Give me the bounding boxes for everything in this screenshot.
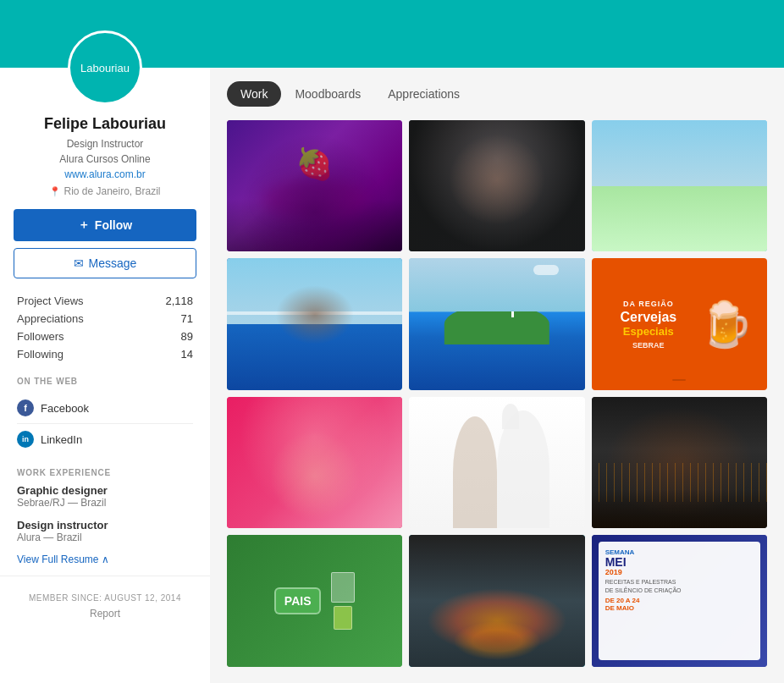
gallery-item-12[interactable]: SEMANA MEI 2019 RECEITAS E PALESTRASDE S… <box>592 535 767 666</box>
gallery-item-10[interactable]: PAIS <box>227 535 402 666</box>
work-experience-title: WORK EXPERIENCE <box>0 454 210 484</box>
gallery-item-8[interactable] <box>409 397 584 528</box>
gallery-item-2[interactable] <box>409 120 584 251</box>
profile-title: Design Instructor Alura Cursos Online <box>59 136 150 167</box>
gallery-item-4[interactable] <box>227 258 402 389</box>
profile-name: Felipe Labouriau <box>44 115 166 133</box>
gallery-item-6[interactable]: DA REGIÃO Cervejas Especiais SEBRAE 🍺 <box>592 258 767 389</box>
view-full-resume[interactable]: View Full Resume ∧ <box>17 554 193 565</box>
stat-following: Following 14 <box>17 345 193 363</box>
tab-work[interactable]: Work <box>227 81 281 107</box>
gallery-item-7[interactable] <box>227 397 402 528</box>
tab-moodboards[interactable]: Moodboards <box>281 81 374 107</box>
stat-project-views: Project Views 2,118 <box>17 292 193 310</box>
social-facebook[interactable]: f Facebook <box>17 393 193 424</box>
work-item-1: Graphic designer Sebrae/RJ — Brazil <box>17 484 193 509</box>
profile-website[interactable]: www.alura.com.br <box>64 168 145 180</box>
gallery-item-3[interactable]: 🍓 <box>592 120 767 251</box>
stat-followers: Followers 89 <box>17 328 193 345</box>
social-links: f Facebook in LinkedIn <box>0 393 210 454</box>
stats-section: Project Views 2,118 Appreciations 71 Fol… <box>0 278 210 363</box>
divider <box>0 576 210 576</box>
action-buttons: ＋ Follow ✉ Message <box>0 197 210 278</box>
gallery-item-5[interactable] <box>409 258 584 389</box>
stat-appreciations: Appreciations 71 <box>17 310 193 328</box>
gallery-item-11[interactable] <box>409 535 584 666</box>
work-item-2: Design instructor Alura — Brazil <box>17 519 193 543</box>
social-linkedin[interactable]: in LinkedIn <box>17 424 193 454</box>
linkedin-icon: in <box>17 431 34 448</box>
avatar-container: Labouriau <box>68 30 142 105</box>
tab-appreciations[interactable]: Appreciations <box>374 81 473 107</box>
gallery-item-1[interactable]: 🍓 <box>227 120 402 251</box>
tabs-bar: Work Moodboards Appreciations <box>227 81 767 107</box>
main-content: Work Moodboards Appreciations 🍓 <box>210 0 784 683</box>
content-area: Work Moodboards Appreciations 🍓 <box>210 68 784 683</box>
follow-button[interactable]: ＋ Follow <box>14 209 196 241</box>
avatar: Labouriau <box>68 30 142 105</box>
on-the-web-title: ON THE WEB <box>0 363 210 393</box>
facebook-icon: f <box>17 399 34 416</box>
plus-icon: ＋ <box>78 218 90 233</box>
teal-header <box>210 0 784 68</box>
message-icon: ✉ <box>74 256 84 270</box>
report-link[interactable]: Report <box>90 608 120 620</box>
profile-location: 📍 Rio de Janeiro, Brazil <box>49 185 160 197</box>
message-button[interactable]: ✉ Message <box>14 248 196 278</box>
member-since: MEMBER SINCE: AUGUST 12, 2014 <box>29 593 181 603</box>
sidebar: Labouriau Felipe Labouriau Design Instru… <box>0 0 210 683</box>
gallery-item-9[interactable] <box>592 397 767 528</box>
chevron-up-icon: ∧ <box>102 554 109 565</box>
work-section: Graphic designer Sebrae/RJ — Brazil Desi… <box>0 484 210 565</box>
gallery-grid: 🍓 <box>227 120 767 667</box>
location-pin-icon: 📍 <box>49 186 61 197</box>
